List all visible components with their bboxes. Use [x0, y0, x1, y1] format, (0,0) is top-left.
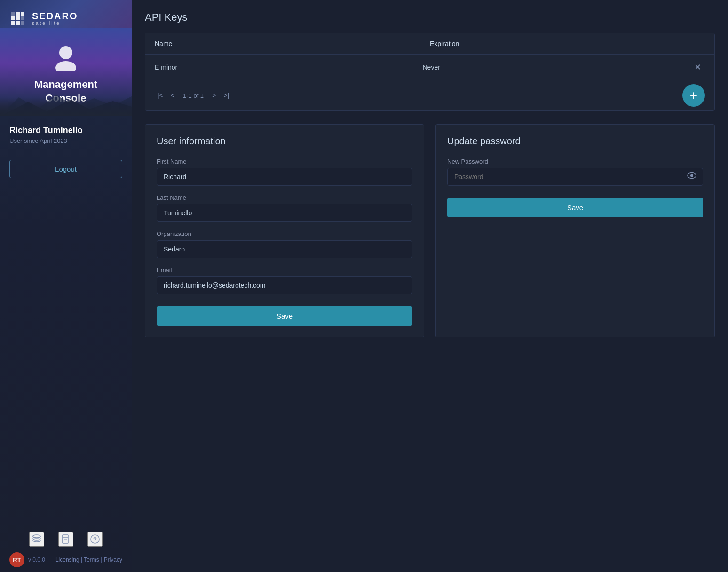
privacy-link[interactable]: Privacy — [104, 556, 122, 563]
terms-link[interactable]: Terms — [84, 556, 99, 563]
book-icon-button[interactable] — [58, 532, 73, 547]
pagination-controls: |< < 1-1 of 1 > >| — [155, 90, 232, 101]
new-password-label: New Password — [447, 158, 703, 165]
svg-marker-3 — [0, 100, 132, 116]
help-icon-button[interactable]: ? — [87, 532, 103, 547]
user-avatar-large — [51, 42, 81, 72]
svg-point-1 — [55, 61, 76, 71]
email-label: Email — [157, 266, 412, 274]
mountain-decoration — [0, 93, 132, 116]
user-section: Richard Tuminello User since April 2023 — [0, 116, 132, 152]
password-input-wrapper — [447, 168, 703, 186]
svg-point-0 — [59, 46, 72, 59]
database-icon — [32, 534, 42, 544]
app-title: ManagementConsole — [34, 78, 97, 105]
logo-subtitle: satellite — [32, 21, 78, 26]
footer-links: Licensing | Terms | Privacy — [55, 556, 122, 563]
user-info-title: User information — [157, 136, 412, 147]
add-api-key-button[interactable]: + — [682, 84, 705, 107]
logo-name: SEDARO — [32, 11, 78, 21]
database-icon-button[interactable] — [29, 532, 44, 547]
sidebar: SEDARO satellite ManagementConsole Richa… — [0, 0, 132, 572]
svg-point-13 — [690, 174, 693, 177]
sidebar-hero: ManagementConsole — [0, 28, 132, 116]
sidebar-header: SEDARO satellite — [0, 0, 132, 28]
page-info: 1-1 of 1 — [183, 92, 204, 99]
org-label: Organization — [157, 230, 412, 237]
update-password-card: Update password New Password Save — [435, 124, 715, 337]
svg-text:?: ? — [93, 536, 97, 543]
book-icon — [61, 534, 71, 544]
user-since: User since April 2023 — [9, 137, 122, 144]
table-header: Name Expiration — [145, 33, 714, 55]
password-save-button[interactable]: Save — [447, 198, 703, 217]
last-name-group: Last Name — [157, 194, 412, 222]
info-row: User information First Name Last Name Or… — [145, 124, 715, 337]
org-group: Organization — [157, 230, 412, 258]
logout-button[interactable]: Logout — [9, 160, 122, 178]
email-group: Email — [157, 266, 412, 294]
version-text: v 0.0.0 — [28, 556, 45, 563]
last-name-input[interactable] — [157, 204, 412, 222]
col-header-expiration: Expiration — [430, 40, 705, 47]
user-info-card: User information First Name Last Name Or… — [145, 124, 424, 337]
user-name: Richard Tuminello — [9, 125, 122, 135]
new-password-input[interactable] — [447, 168, 703, 186]
password-toggle-button[interactable] — [685, 169, 698, 185]
email-input[interactable] — [157, 276, 412, 294]
org-input[interactable] — [157, 240, 412, 258]
sidebar-icon-row: ? — [9, 532, 122, 547]
delete-api-key-button[interactable]: ✕ — [690, 61, 705, 73]
next-page-button[interactable]: > — [209, 90, 219, 101]
last-name-label: Last Name — [157, 194, 412, 201]
licensing-link[interactable]: Licensing — [55, 556, 79, 563]
table-row: E minor Never ✕ — [145, 55, 714, 80]
svg-rect-9 — [62, 535, 63, 543]
first-page-button[interactable]: |< — [155, 90, 166, 101]
prev-page-button[interactable]: < — [168, 90, 177, 101]
first-name-input[interactable] — [157, 168, 412, 186]
user-info-save-button[interactable]: Save — [157, 306, 412, 326]
sidebar-bottom: ? RT v 0.0.0 Licensing | Terms | Privacy — [0, 525, 132, 572]
svg-point-4 — [33, 535, 40, 538]
pagination-row: |< < 1-1 of 1 > >| + — [145, 80, 714, 110]
api-keys-section: Name Expiration E minor Never ✕ |< < 1-1… — [145, 33, 715, 111]
last-page-button[interactable]: >| — [221, 90, 232, 101]
api-key-expiration: Never — [423, 63, 691, 71]
user-avatar-small: RT — [9, 552, 24, 567]
page-title: API Keys — [145, 11, 715, 24]
logo-text: SEDARO satellite — [32, 11, 78, 26]
logo-icon — [9, 10, 26, 27]
first-name-group: First Name — [157, 158, 412, 186]
main-content: API Keys Name Expiration E minor Never ✕… — [132, 0, 728, 572]
col-header-name: Name — [155, 40, 430, 47]
api-key-name: E minor — [155, 63, 423, 71]
update-password-title: Update password — [447, 136, 703, 147]
help-icon: ? — [90, 534, 100, 544]
new-password-group: New Password — [447, 158, 703, 186]
footer-bottom: RT v 0.0.0 Licensing | Terms | Privacy — [9, 552, 122, 567]
svg-marker-2 — [0, 95, 132, 116]
first-name-label: First Name — [157, 158, 412, 165]
eye-icon — [687, 171, 696, 180]
